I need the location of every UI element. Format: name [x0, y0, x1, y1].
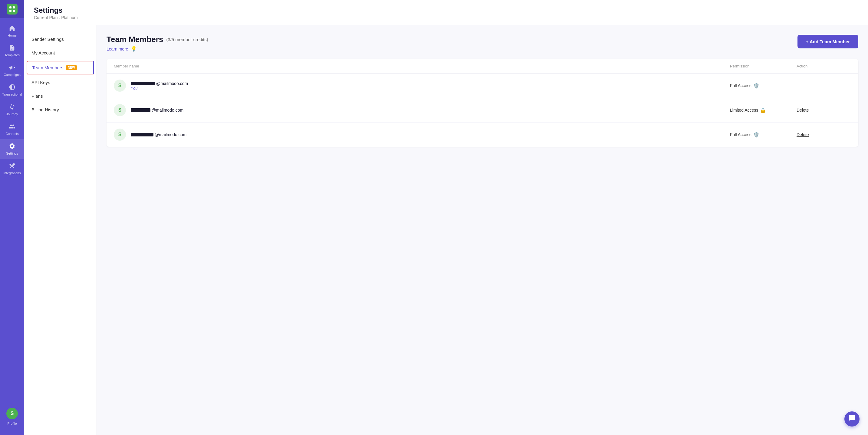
shield-icon: 🛡️: [753, 132, 760, 138]
member-details: @mailmodo.com: [131, 132, 186, 137]
sidebar-item-journey[interactable]: Journey: [0, 100, 24, 120]
sidebar-item-settings[interactable]: Settings: [0, 139, 24, 159]
chat-icon: [848, 414, 856, 424]
sidebar-item-templates[interactable]: Templates: [0, 41, 24, 61]
delete-button[interactable]: Delete: [797, 132, 809, 137]
col-permission: Permission: [730, 64, 797, 68]
content-area: Sender Settings My Account Team Members …: [24, 25, 868, 435]
templates-label: Templates: [4, 53, 20, 57]
sidebar-item-profile[interactable]: S Profile: [0, 404, 24, 429]
delete-button[interactable]: Delete: [797, 108, 809, 112]
settings-icon: [9, 143, 16, 150]
add-team-member-button[interactable]: + Add Team Member: [798, 35, 858, 48]
journey-icon: [9, 103, 16, 111]
page-header: Settings Current Plan : Platinum: [24, 0, 868, 25]
home-icon: [9, 25, 16, 32]
home-label: Home: [7, 34, 17, 37]
panel-title-area: Team Members (3/5 member credits) Learn …: [106, 35, 208, 52]
panel-header: Team Members (3/5 member credits) Learn …: [106, 35, 858, 52]
contacts-label: Contacts: [5, 132, 19, 136]
table-row: S @mailmodo.com You Full Access 🛡️: [106, 73, 858, 98]
member-email: @mailmodo.com: [131, 108, 183, 112]
sidebar-logo: [0, 0, 24, 18]
sec-nav-billing-history[interactable]: Billing History: [24, 103, 97, 116]
member-details: @mailmodo.com You: [131, 81, 188, 91]
settings-label: Settings: [6, 152, 18, 155]
campaigns-label: Campaigns: [4, 73, 21, 76]
permission-cell: Full Access 🛡️: [730, 132, 797, 138]
main-content: Settings Current Plan : Platinum Sender …: [24, 0, 868, 435]
email-blur: [131, 82, 155, 85]
permission-text: Full Access: [730, 83, 751, 88]
avatar: S: [114, 129, 126, 141]
integrations-icon: [9, 162, 16, 170]
sidebar-item-home[interactable]: Home: [0, 21, 24, 41]
email-domain: @mailmodo.com: [155, 132, 186, 137]
sidebar-nav: Home Templates Campaigns Transactional J…: [0, 18, 24, 404]
page-subtitle: Current Plan : Platinum: [34, 15, 858, 20]
shield-icon: 🛡️: [753, 83, 760, 89]
app-logo: [7, 4, 18, 14]
member-info: S @mailmodo.com You: [114, 79, 730, 92]
table-row: S @mailmodo.com Full Access 🛡️: [106, 123, 858, 147]
action-cell: Delete: [797, 132, 851, 137]
templates-icon: [9, 44, 16, 52]
sec-nav-my-account[interactable]: My Account: [24, 46, 97, 60]
contacts-icon: [9, 123, 16, 131]
lock-icon: 🔒: [760, 107, 766, 113]
member-info: S @mailmodo.com: [114, 104, 730, 116]
new-badge: NEW: [66, 65, 77, 70]
table-row: S @mailmodo.com Limited Access 🔒: [106, 98, 858, 123]
campaigns-icon: [9, 64, 16, 72]
sec-nav-api-keys[interactable]: API Keys: [24, 76, 97, 89]
integrations-label: Integrations: [3, 171, 21, 175]
sidebar-item-campaigns[interactable]: Campaigns: [0, 61, 24, 80]
sidebar-item-contacts[interactable]: Contacts: [0, 120, 24, 139]
svg-rect-0: [9, 6, 11, 8]
secondary-sidebar: Sender Settings My Account Team Members …: [24, 25, 97, 435]
page-title: Settings: [34, 6, 858, 14]
member-credits: (3/5 member credits): [166, 37, 208, 42]
email-blur: [131, 133, 153, 136]
sidebar-item-transactional[interactable]: Transactional: [0, 80, 24, 100]
sidebar-item-integrations[interactable]: Integrations: [0, 159, 24, 178]
permission-text: Full Access: [730, 132, 751, 137]
transactional-icon: [9, 84, 16, 91]
journey-label: Journey: [6, 112, 18, 116]
svg-rect-3: [13, 10, 15, 12]
svg-rect-1: [13, 6, 15, 8]
lightbulb-icon: 💡: [131, 46, 137, 52]
col-member-name: Member name: [114, 64, 730, 68]
chat-bubble[interactable]: [844, 411, 860, 427]
table-header: Member name Permission Action: [106, 59, 858, 73]
email-domain: @mailmodo.com: [156, 81, 188, 86]
sidebar-bottom: S Profile: [0, 404, 24, 435]
transactional-label: Transactional: [2, 93, 22, 96]
member-info: S @mailmodo.com: [114, 129, 730, 141]
sidebar: Home Templates Campaigns Transactional J…: [0, 0, 24, 435]
avatar: S: [114, 79, 126, 92]
action-cell: Delete: [797, 107, 851, 113]
email-blur: [131, 108, 150, 112]
profile-label: Profile: [7, 422, 17, 425]
email-domain: @mailmodo.com: [152, 108, 183, 112]
member-you-label: You: [131, 86, 188, 91]
permission-text: Limited Access: [730, 108, 758, 112]
member-details: @mailmodo.com: [131, 108, 183, 112]
learn-more-link[interactable]: Learn more: [106, 46, 128, 52]
sec-nav-sender-settings[interactable]: Sender Settings: [24, 32, 97, 46]
svg-rect-2: [9, 10, 11, 12]
members-table: Member name Permission Action S @mailmod…: [106, 59, 858, 147]
permission-cell: Limited Access 🔒: [730, 107, 797, 113]
member-email: @mailmodo.com: [131, 81, 188, 86]
member-email: @mailmodo.com: [131, 132, 186, 137]
avatar: S: [114, 104, 126, 116]
col-action: Action: [797, 64, 851, 68]
sec-nav-team-members[interactable]: Team Members NEW: [27, 61, 94, 74]
profile-avatar: S: [6, 408, 18, 419]
sec-nav-plans[interactable]: Plans: [24, 89, 97, 103]
main-panel: Team Members (3/5 member credits) Learn …: [97, 25, 868, 435]
permission-cell: Full Access 🛡️: [730, 83, 797, 89]
panel-title: Team Members (3/5 member credits): [106, 35, 208, 44]
learn-more-row: Learn more 💡: [106, 46, 208, 52]
